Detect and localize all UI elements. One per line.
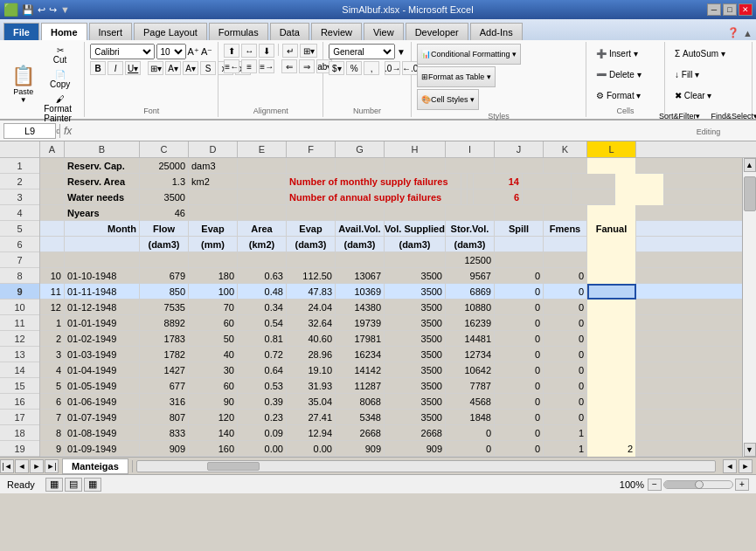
cell-b19[interactable]: 01-09-1949: [65, 441, 140, 457]
cell-e6[interactable]: (km2): [238, 237, 287, 252]
align-center-button[interactable]: ≡: [241, 59, 257, 73]
cell-i19[interactable]: 0: [446, 441, 495, 457]
font-face-selector[interactable]: Calibri: [90, 44, 154, 59]
tab-file[interactable]: File: [3, 23, 39, 40]
cell-d19[interactable]: 160: [189, 441, 238, 457]
conditional-formatting-button[interactable]: 📊 Conditional Formatting ▾: [417, 44, 521, 65]
cell-j17[interactable]: 0: [495, 410, 544, 425]
cell-k6[interactable]: [544, 237, 587, 252]
number-format-selector[interactable]: General: [329, 44, 395, 59]
cell-g18[interactable]: 2668: [336, 425, 385, 441]
cell-g1[interactable]: [336, 158, 385, 174]
cell-e16[interactable]: 0.39: [238, 394, 287, 410]
bold-button[interactable]: B: [90, 61, 106, 75]
cell-k15[interactable]: 0: [544, 378, 587, 394]
cell-h16[interactable]: 3500: [385, 394, 446, 410]
cell-k18[interactable]: 1: [544, 425, 587, 441]
align-middle-button[interactable]: ↔: [241, 44, 257, 58]
cut-button[interactable]: ✂ Cut: [40, 44, 80, 66]
cell-b6[interactable]: [65, 237, 140, 252]
cell-j12[interactable]: 0: [495, 331, 544, 347]
cell-i17[interactable]: 1848: [446, 410, 495, 425]
cell-c12[interactable]: 1783: [140, 331, 189, 347]
cell-k16[interactable]: 0: [544, 394, 587, 410]
cell-g8[interactable]: 13067: [336, 268, 385, 284]
cell-c1[interactable]: 25000: [140, 158, 189, 174]
cell-c17[interactable]: 807: [140, 410, 189, 425]
cell-g5[interactable]: Avail.Vol.: [336, 221, 385, 237]
cell-b5[interactable]: Month: [65, 221, 140, 237]
cell-d13[interactable]: 40: [189, 347, 238, 362]
help-button[interactable]: ❓: [727, 27, 739, 38]
col-header-e[interactable]: E: [238, 141, 287, 157]
cell-e8[interactable]: 0.63: [238, 268, 287, 284]
cell-f3[interactable]: Number of annual supply failures: [287, 189, 461, 205]
cell-k17[interactable]: 0: [544, 410, 587, 425]
cell-i8[interactable]: 9567: [446, 268, 495, 284]
zoom-slider[interactable]: [663, 480, 733, 489]
cell-c13[interactable]: 1782: [140, 347, 189, 362]
cell-h13[interactable]: 3500: [385, 347, 446, 362]
cell-f11[interactable]: 32.64: [287, 315, 336, 331]
cell-l14[interactable]: [587, 362, 636, 378]
tab-view[interactable]: View: [364, 23, 404, 40]
cell-i4[interactable]: [446, 205, 495, 221]
cell-a1[interactable]: [40, 158, 65, 174]
font-size-selector[interactable]: 10: [156, 44, 186, 59]
col-header-g[interactable]: G: [336, 141, 385, 157]
quick-redo[interactable]: ↪: [49, 4, 57, 16]
cell-a16[interactable]: 6: [40, 394, 65, 410]
cell-g17[interactable]: 5348: [336, 410, 385, 425]
cell-reference-box[interactable]: L9: [3, 123, 56, 139]
cell-g14[interactable]: 14142: [336, 362, 385, 378]
cell-h1[interactable]: [385, 158, 446, 174]
cell-j18[interactable]: 0: [495, 425, 544, 441]
horizontal-scrollbar[interactable]: [136, 460, 716, 472]
align-top-button[interactable]: ⬆: [224, 44, 239, 58]
cell-l18[interactable]: [587, 425, 636, 441]
quick-save[interactable]: 💾: [22, 4, 34, 16]
cell-a5[interactable]: [40, 221, 65, 237]
row-num-18[interactable]: 18: [0, 425, 39, 441]
cell-d6[interactable]: (mm): [189, 237, 238, 252]
cell-b2[interactable]: Reserv. Area: [65, 174, 140, 189]
page-layout-view-button[interactable]: ▤: [65, 478, 82, 492]
cell-h10[interactable]: 3500: [385, 300, 446, 315]
cell-f4[interactable]: [287, 205, 336, 221]
tab-insert[interactable]: Insert: [89, 23, 133, 40]
cell-c6[interactable]: (dam3): [140, 237, 189, 252]
cell-a12[interactable]: 2: [40, 331, 65, 347]
cell-b11[interactable]: 01-01-1949: [65, 315, 140, 331]
cell-d9[interactable]: 100: [189, 284, 238, 300]
scroll-left-button[interactable]: ◄: [723, 459, 737, 473]
comma-button[interactable]: ,: [364, 61, 379, 75]
row-num-7[interactable]: 7: [0, 252, 39, 268]
cell-l6[interactable]: [587, 237, 636, 252]
cell-a8[interactable]: 10: [40, 268, 65, 284]
cell-j11[interactable]: 0: [495, 315, 544, 331]
cell-c5[interactable]: Flow: [140, 221, 189, 237]
number-format-expand[interactable]: ▼: [397, 47, 406, 57]
accounting-format-button[interactable]: $▾: [329, 61, 344, 75]
cell-j9[interactable]: 0: [495, 284, 544, 300]
border-button[interactable]: ⊞▾: [148, 61, 163, 75]
page-break-view-button[interactable]: ▦: [84, 478, 101, 492]
cell-a13[interactable]: 3: [40, 347, 65, 362]
clear-button[interactable]: ✖ Clear ▾: [670, 86, 746, 105]
underline-button[interactable]: U▾: [125, 61, 141, 75]
cell-f7[interactable]: [287, 252, 336, 268]
fill-color-button[interactable]: A▾: [165, 61, 181, 75]
cell-e4[interactable]: [238, 205, 287, 221]
col-header-j[interactable]: J: [495, 141, 544, 157]
row-num-3[interactable]: 3: [0, 189, 39, 205]
decrease-font-button[interactable]: A⁻: [201, 46, 212, 58]
row-num-16[interactable]: 16: [0, 394, 39, 410]
tab-data[interactable]: Data: [270, 23, 309, 40]
wrap-text-button[interactable]: ↵: [282, 44, 298, 58]
cell-h11[interactable]: 3500: [385, 315, 446, 331]
cell-a15[interactable]: 5: [40, 378, 65, 394]
cell-l10[interactable]: [587, 300, 636, 315]
cell-h7[interactable]: [385, 252, 446, 268]
cell-j19[interactable]: 0: [495, 441, 544, 457]
row-num-5[interactable]: 5: [0, 221, 39, 237]
